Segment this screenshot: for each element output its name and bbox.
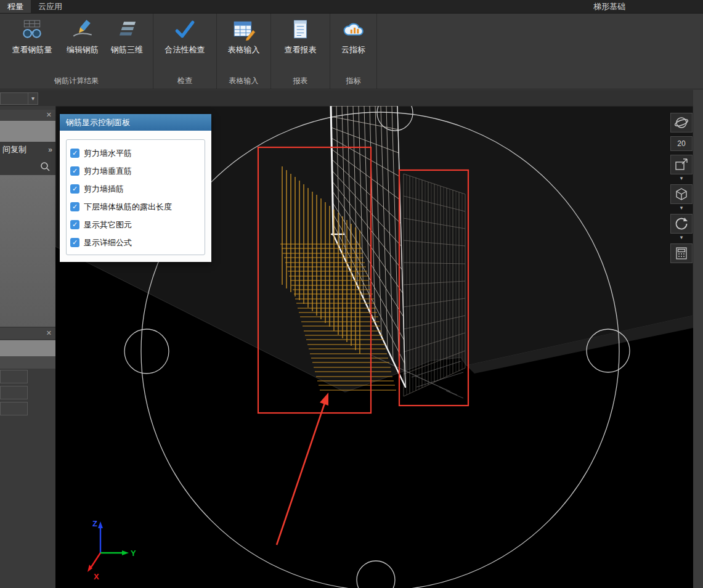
section-box-button[interactable] xyxy=(670,155,693,174)
checkmark-icon xyxy=(173,17,197,42)
search-icon xyxy=(39,161,51,172)
calculator-icon xyxy=(674,246,689,261)
checkbox-label: 剪力墙垂直筋 xyxy=(84,166,132,177)
sidebar-tree-panel[interactable] xyxy=(0,175,55,327)
wall-mesh-far xyxy=(404,174,465,396)
annotation-arrow xyxy=(277,393,328,545)
button-label: 查看报表 xyxy=(285,44,317,55)
titlebar: 程量 云应用 梯形基础 xyxy=(0,0,703,14)
ribbon-group-indicator: 云指标 指标 xyxy=(330,14,377,89)
chevrons-expand-icon: » xyxy=(48,143,52,157)
checkbox-label: 显示其它图元 xyxy=(84,219,132,231)
ribbon-group-rebar-results: 查看钢筋量 编辑钢筋 xyxy=(0,14,153,89)
sidebar-item-label: 间复制 xyxy=(2,145,26,154)
checkbox-label: 显示详细公式 xyxy=(84,237,132,248)
rotate-view-button[interactable] xyxy=(670,214,693,234)
view-report-button[interactable]: 查看报表 xyxy=(274,16,327,55)
rebar-display-control-panel: 钢筋显示控制面板 ✓ 剪力墙水平筋 ✓ 剪力墙垂直筋 ✓ 剪力墙插筋 ✓ 下层墙… xyxy=(60,114,211,262)
rebar-3d-button[interactable]: 钢筋三维 xyxy=(107,16,147,55)
ribbon-group-label: 钢筋计算结果 xyxy=(0,74,153,89)
axis-triad: Z Y X xyxy=(87,519,136,581)
table-input-button[interactable]: 表格输入 xyxy=(219,16,269,55)
cube-view-button[interactable] xyxy=(670,184,693,204)
ribbon: 查看钢筋量 编辑钢筋 xyxy=(0,14,703,89)
checkbox-show-other-elements[interactable]: ✓ 显示其它图元 xyxy=(70,216,201,234)
cloud-chart-icon xyxy=(342,17,365,42)
left-sidebar: ✕ 间复制 » ✕ xyxy=(0,106,55,588)
element-type-dropdown[interactable]: ▾ xyxy=(0,92,38,105)
checkbox-shear-wall-vertical[interactable]: ✓ 剪力墙垂直筋 xyxy=(70,162,201,180)
tab-cloud-apps[interactable]: 云应用 xyxy=(31,0,70,13)
panel-title-bar[interactable]: 钢筋显示控制面板 xyxy=(60,114,211,131)
cube-icon xyxy=(674,187,689,202)
close-icon[interactable]: ✕ xyxy=(46,111,52,119)
chevron-down-icon[interactable]: ▾ xyxy=(680,176,683,182)
chevron-down-icon: ▾ xyxy=(28,93,38,104)
report-document-icon xyxy=(289,17,312,42)
list-item[interactable] xyxy=(0,370,55,385)
layers-3d-icon xyxy=(115,17,139,42)
zoom-scale-button[interactable]: 20 xyxy=(670,136,693,151)
ribbon-group-report: 查看报表 报表 xyxy=(271,14,330,89)
legality-check-button[interactable]: 合法性检查 xyxy=(155,16,214,55)
checkbox-label: 剪力墙插筋 xyxy=(84,184,124,195)
sidebar-selected-block[interactable] xyxy=(0,340,55,356)
axis-y-label: Y xyxy=(131,549,136,558)
checkbox-shear-wall-horizontal[interactable]: ✓ 剪力墙水平筋 xyxy=(70,144,201,162)
ribbon-group-table-input: 表格输入 表格输入 xyxy=(217,14,271,89)
ribbon-group-label: 检查 xyxy=(153,74,216,89)
list-item[interactable] xyxy=(0,402,55,417)
button-label: 编辑钢筋 xyxy=(67,44,99,55)
button-label: 钢筋三维 xyxy=(111,44,143,55)
button-label: 查看钢筋量 xyxy=(12,44,52,55)
rotate-icon xyxy=(674,216,689,231)
chevron-down-icon[interactable]: ▾ xyxy=(680,235,683,241)
checkbox-checked-icon[interactable]: ✓ xyxy=(70,202,79,211)
right-edge-strip xyxy=(693,89,703,588)
table-pencil-icon xyxy=(232,17,256,42)
checkbox-checked-icon[interactable]: ✓ xyxy=(70,220,79,229)
button-label: 云指标 xyxy=(341,44,365,55)
section-box-icon xyxy=(674,157,689,172)
document-name-label: 梯形基础 xyxy=(593,0,625,14)
orbit-sphere-icon xyxy=(674,115,689,130)
tab-quantity[interactable]: 程量 xyxy=(0,0,31,13)
button-label: 合法性检查 xyxy=(165,44,205,55)
zoom-scale-value: 20 xyxy=(677,139,685,148)
pencil-edit-icon xyxy=(71,17,94,42)
ribbon-empty-area xyxy=(377,14,703,89)
ribbon-group-label: 报表 xyxy=(271,74,330,89)
ribbon-group-label: 表格输入 xyxy=(217,74,270,89)
checkbox-shear-wall-dowel[interactable]: ✓ 剪力墙插筋 xyxy=(70,180,201,198)
sidebar-divider xyxy=(0,356,55,369)
toolbar-strip xyxy=(0,90,703,106)
sidebar-panel-header: ✕ xyxy=(0,328,55,339)
close-icon[interactable]: ✕ xyxy=(46,329,52,337)
view-rebar-quantity-button[interactable]: 查看钢筋量 xyxy=(6,16,59,55)
axis-x-label: X xyxy=(94,572,99,581)
cloud-indicator-button[interactable]: 云指标 xyxy=(332,16,375,55)
checkbox-checked-icon[interactable]: ✓ xyxy=(70,166,79,176)
checkbox-lower-wall-exposed-length[interactable]: ✓ 下层墙体纵筋的露出长度 xyxy=(70,198,201,216)
panel-options-box: ✓ 剪力墙水平筋 ✓ 剪力墙垂直筋 ✓ 剪力墙插筋 ✓ 下层墙体纵筋的露出长度 … xyxy=(66,139,205,255)
checkbox-checked-icon[interactable]: ✓ xyxy=(70,238,79,247)
button-label: 表格输入 xyxy=(228,44,260,55)
checkbox-label: 剪力墙水平筋 xyxy=(84,148,132,159)
ribbon-group-label: 指标 xyxy=(330,74,376,89)
calculator-button[interactable] xyxy=(670,243,693,263)
checkbox-show-detailed-formula[interactable]: ✓ 显示详细公式 xyxy=(70,234,201,251)
sidebar-panel-header: ✕ xyxy=(0,110,55,121)
chevron-down-icon[interactable]: ▾ xyxy=(680,205,683,211)
sidebar-search-row[interactable] xyxy=(0,159,55,174)
ribbon-group-check: 合法性检查 检查 xyxy=(153,14,217,89)
list-item[interactable] xyxy=(0,386,55,401)
orbit-view-button[interactable] xyxy=(670,113,693,133)
checkbox-checked-icon[interactable]: ✓ xyxy=(70,184,79,194)
axis-z-label: Z xyxy=(92,519,97,528)
sidebar-item-copy-between[interactable]: 间复制 » xyxy=(0,143,55,157)
edit-rebar-button[interactable]: 编辑钢筋 xyxy=(59,16,107,55)
glasses-rebar-icon xyxy=(20,17,44,42)
view-toolbar: 20 ▾ ▾ ▾ xyxy=(669,113,694,267)
checkbox-checked-icon[interactable]: ✓ xyxy=(70,149,79,158)
sidebar-selected-block[interactable] xyxy=(0,121,55,142)
